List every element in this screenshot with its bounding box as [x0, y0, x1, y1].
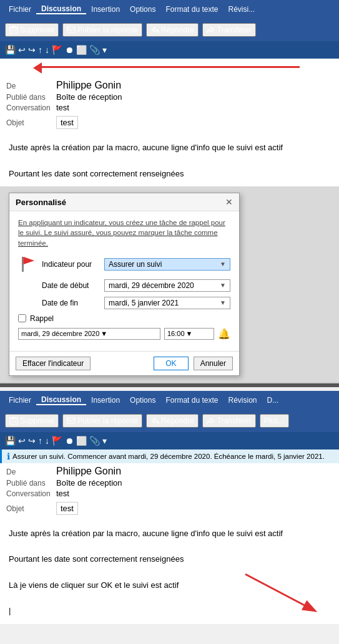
header-de-row: De Philippe Gonin	[6, 80, 333, 91]
flag-icon[interactable]: 🚩	[52, 45, 62, 55]
date-debut-dropdown[interactable]: mardi, 29 décembre 2020 ▼	[104, 279, 230, 292]
bottom-menu-format[interactable]: Format du texte	[160, 396, 223, 405]
body-line1: Juste après la création par la macro, au…	[9, 142, 330, 155]
clear-indicator-button[interactable]: Effacer l'indicateur	[16, 357, 91, 370]
top-menu-bar: Fichier Discussion Insertion Options For…	[0, 0, 339, 19]
bottom-redo-icon[interactable]: ↪	[28, 436, 36, 446]
bottom-section: Fichier Discussion Insertion Options For…	[0, 391, 339, 625]
bottom-header-publie-row: Publié dans Boîte de réception	[6, 478, 333, 488]
reminder-date-field[interactable]: mardi, 29 décembre 2020 ▼	[18, 328, 160, 340]
bottom-menu-discussion[interactable]: Discussion	[36, 395, 86, 405]
bottom-conversation-label: Conversation	[6, 489, 56, 498]
arrow-line-top	[37, 66, 300, 68]
top-email-body: Juste après la création par la macro, au…	[0, 135, 339, 186]
bottom-repondre-button[interactable]: Répondre	[146, 414, 199, 428]
menu-insertion[interactable]: Insertion	[86, 5, 125, 14]
bottom-frame-icon[interactable]: ⬜	[76, 436, 87, 446]
indicateur-dropdown[interactable]: Assurer un suivi ▼	[104, 258, 230, 271]
down-icon[interactable]: ↓	[45, 45, 49, 55]
date-debut-arrow-icon: ▼	[220, 282, 226, 289]
publie-label: Publié dans	[6, 93, 56, 102]
bottom-ribbon: Supprimer Publier la réponse Répondre Tr…	[0, 410, 339, 432]
conversation-value: test	[56, 103, 69, 112]
reminder-time-field[interactable]: 16:00 ▼	[164, 328, 214, 340]
reminder-date-value: mardi, 29 décembre 2020	[21, 330, 99, 337]
bottom-publier-button[interactable]: Publier la réponse	[62, 414, 142, 428]
bottom-menu-revision[interactable]: Révision	[223, 396, 262, 405]
menu-fichier[interactable]: Fichier	[4, 5, 36, 14]
menu-revisi[interactable]: Révisi...	[223, 5, 260, 14]
supprimer-button[interactable]: Supprimer	[5, 23, 59, 37]
bottom-transferer-button[interactable]: Transférer	[202, 414, 256, 428]
save-icon[interactable]: 💾	[5, 45, 16, 55]
menu-format[interactable]: Format du texte	[160, 5, 223, 14]
bottom-publie-value: Boîte de réception	[56, 478, 122, 488]
menu-options[interactable]: Options	[125, 5, 160, 14]
arrow-annotation-top	[0, 59, 339, 77]
bottom-menu-d[interactable]: D...	[262, 396, 284, 405]
svg-rect-0	[10, 27, 17, 34]
redo-icon[interactable]: ↪	[28, 45, 36, 55]
de-label: De	[6, 82, 56, 90]
bottom-flag-icon[interactable]: 🚩	[52, 436, 62, 446]
bottom-record-icon[interactable]: ⏺	[65, 436, 74, 446]
bottom-menu-fichier[interactable]: Fichier	[4, 396, 36, 405]
record-icon[interactable]: ⏺	[65, 45, 74, 55]
top-ribbon: Supprimer Publier la réponse Répondre Tr…	[0, 19, 339, 41]
objet-label: Objet	[6, 118, 56, 127]
bottom-conversation-value: test	[56, 489, 69, 498]
bottom-save-icon[interactable]: 💾	[5, 436, 16, 446]
bottom-de-label: De	[6, 468, 56, 476]
reminder-time-value: 16:00	[167, 330, 185, 337]
bottom-undo-icon[interactable]: ↩	[18, 436, 26, 446]
menu-discussion[interactable]: Discussion	[36, 4, 86, 14]
date-fin-dropdown[interactable]: mardi, 5 janvier 2021 ▼	[104, 297, 230, 309]
publier-button[interactable]: Publier la réponse	[62, 23, 142, 37]
bottom-supprimer-button[interactable]: Supprimer	[5, 414, 59, 428]
date-fin-label: Date de fin	[42, 299, 104, 307]
frame-icon[interactable]: ⬜	[76, 45, 87, 55]
more-icon[interactable]: ▾	[102, 45, 107, 55]
dialog-close-button[interactable]: ✕	[225, 197, 233, 207]
rappel-checkbox[interactable]	[18, 314, 26, 322]
indicateur-arrow-icon: ▼	[220, 261, 226, 267]
arrow-annotation-bottom	[239, 568, 327, 618]
dialog-title: Personnalisé	[16, 198, 66, 207]
bottom-email-body-container: Juste après la création par la macro, au…	[0, 521, 339, 625]
bottom-header-de-row: De Philippe Gonin	[6, 466, 333, 477]
reminder-time-arrow: ▼	[186, 330, 193, 337]
bottom-attach-icon[interactable]: 📎	[89, 436, 100, 446]
date-fin-value: mardi, 5 janvier 2021	[109, 299, 179, 307]
arrow-head-top	[33, 62, 42, 74]
bottom-subject-input[interactable]: test	[56, 502, 78, 515]
publie-value: Boîte de réception	[56, 92, 122, 102]
bottom-objet-label: Objet	[6, 504, 56, 513]
bottom-down-icon[interactable]: ↓	[45, 436, 49, 446]
bottom-menu-options[interactable]: Options	[125, 396, 160, 405]
reminder-bell-icon[interactable]: 🔔	[218, 328, 230, 340]
reminder-row: mardi, 29 décembre 2020 ▼ 16:00 ▼ 🔔	[18, 328, 230, 340]
bottom-quick-bar: 💾 ↩ ↪ ↑ ↓ 🚩 ⏺ ⬜ 📎 ▾	[0, 432, 339, 449]
subject-input[interactable]: test	[56, 116, 78, 129]
bottom-up-icon[interactable]: ↑	[38, 436, 42, 446]
body-line2: Pourtant les date sont correctement rens…	[9, 168, 330, 181]
bottom-more-icon[interactable]: ▾	[102, 436, 107, 446]
undo-icon[interactable]: ↩	[18, 45, 26, 55]
attach-icon[interactable]: 📎	[89, 45, 100, 55]
bottom-menu-insertion[interactable]: Insertion	[86, 396, 125, 405]
header-objet-row: Objet test	[6, 113, 333, 132]
top-quick-bar: 💾 ↩ ↪ ↑ ↓ 🚩 ⏺ ⬜ 📎 ▾	[0, 41, 339, 59]
ok-button[interactable]: OK	[154, 357, 188, 370]
date-debut-row: Date de début mardi, 29 décembre 2020 ▼	[18, 279, 230, 292]
bottom-plus-button[interactable]: Plus...	[260, 414, 289, 428]
cancel-button[interactable]: Annuler	[194, 357, 233, 370]
indicateur-row: Indicateur pour Assurer un suivi ▼	[18, 254, 230, 274]
svg-line-16	[245, 574, 314, 610]
bottom-body-line2: Pourtant les date sont correctement rens…	[9, 553, 330, 566]
up-icon[interactable]: ↑	[38, 45, 42, 55]
reminder-date-arrow: ▼	[101, 330, 107, 337]
transferer-button[interactable]: Transférer	[202, 23, 256, 37]
svg-rect-13	[12, 417, 16, 418]
dialog-action-buttons: OK Annuler	[154, 357, 233, 370]
repondre-button[interactable]: Répondre	[146, 23, 199, 37]
